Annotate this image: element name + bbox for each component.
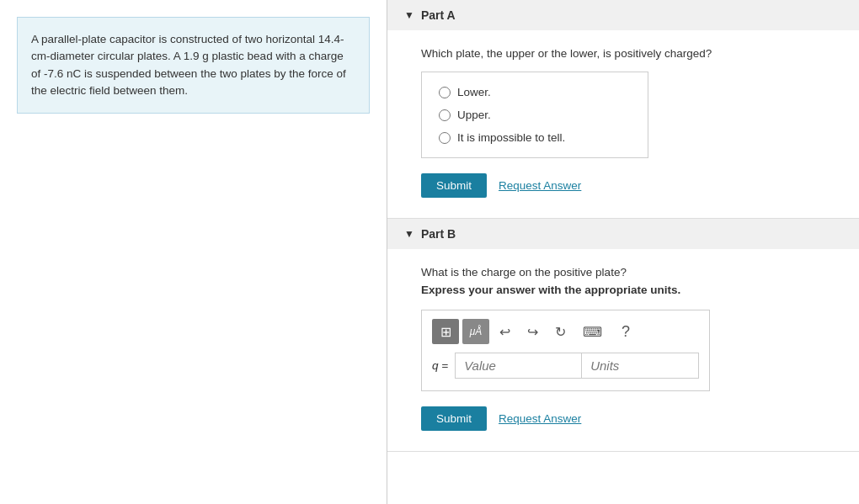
part-b-submit-button[interactable]: Submit: [421, 406, 487, 431]
refresh-button[interactable]: ↻: [548, 319, 573, 344]
option-impossible[interactable]: It is impossible to tell.: [439, 131, 631, 144]
part-b-toolbar: ⊞ μÅ ↩ ↪ ↻ ⌨: [432, 319, 699, 344]
part-b-input-row: q =: [432, 353, 699, 379]
mu-button[interactable]: μÅ: [462, 319, 489, 344]
part-b-actions: Submit Request Answer: [421, 406, 825, 431]
option-impossible-label: It is impossible to tell.: [457, 131, 565, 144]
radio-lower[interactable]: [439, 87, 451, 98]
undo-button[interactable]: ↩: [493, 319, 517, 344]
part-b-section: ▼ Part B What is the charge on the posit…: [387, 219, 859, 452]
radio-upper[interactable]: [439, 109, 451, 121]
keyboard-button[interactable]: ⌨: [576, 319, 609, 344]
part-b-content: What is the charge on the positive plate…: [387, 249, 859, 451]
part-a-content: Which plate, the upper or the lower, is …: [387, 30, 859, 218]
part-b-title: Part B: [421, 227, 456, 241]
options-box: Lower. Upper. It is impossible to tell.: [421, 72, 648, 158]
part-b-question: What is the charge on the positive plate…: [421, 266, 825, 279]
undo-icon: ↩: [499, 324, 510, 340]
part-b-arrow-icon: ▼: [404, 228, 414, 240]
part-b-request-answer-button[interactable]: Request Answer: [499, 412, 581, 425]
part-b-input-box: ⊞ μÅ ↩ ↪ ↻ ⌨: [421, 310, 710, 391]
help-button[interactable]: ?: [612, 319, 639, 344]
option-lower-label: Lower.: [457, 86, 491, 98]
grid-button[interactable]: ⊞: [432, 319, 459, 344]
part-a-section: ▼ Part A Which plate, the upper or the l…: [387, 0, 859, 219]
option-lower[interactable]: Lower.: [439, 86, 631, 98]
part-a-actions: Submit Request Answer: [421, 173, 825, 198]
units-input[interactable]: [581, 353, 699, 379]
help-icon: ?: [622, 323, 630, 341]
part-a-request-answer-button[interactable]: Request Answer: [499, 179, 581, 192]
part-a-arrow-icon: ▼: [404, 9, 414, 21]
radio-impossible[interactable]: [439, 132, 451, 144]
redo-button[interactable]: ↪: [520, 319, 545, 344]
option-upper[interactable]: Upper.: [439, 109, 631, 121]
part-a-header: ▼ Part A: [387, 0, 859, 30]
part-b-express: Express your answer with the appropriate…: [421, 284, 825, 296]
part-a-question: Which plate, the upper or the lower, is …: [421, 47, 825, 60]
right-panel: ▼ Part A Which plate, the upper or the l…: [387, 0, 859, 504]
input-label: q =: [432, 359, 448, 372]
grid-icon: ⊞: [440, 324, 451, 340]
option-upper-label: Upper.: [457, 109, 491, 121]
keyboard-icon: ⌨: [583, 324, 602, 340]
refresh-icon: ↻: [555, 324, 566, 340]
part-a-title: Part A: [421, 8, 456, 22]
left-panel: A parallel-plate capacitor is constructe…: [0, 0, 387, 504]
part-b-header: ▼ Part B: [387, 219, 859, 249]
problem-text: A parallel-plate capacitor is constructe…: [31, 33, 346, 97]
part-a-submit-button[interactable]: Submit: [421, 173, 487, 198]
problem-box: A parallel-plate capacitor is constructe…: [17, 17, 370, 114]
value-input[interactable]: [455, 353, 581, 379]
mu-icon: μÅ: [470, 326, 483, 337]
redo-icon: ↪: [527, 324, 538, 340]
